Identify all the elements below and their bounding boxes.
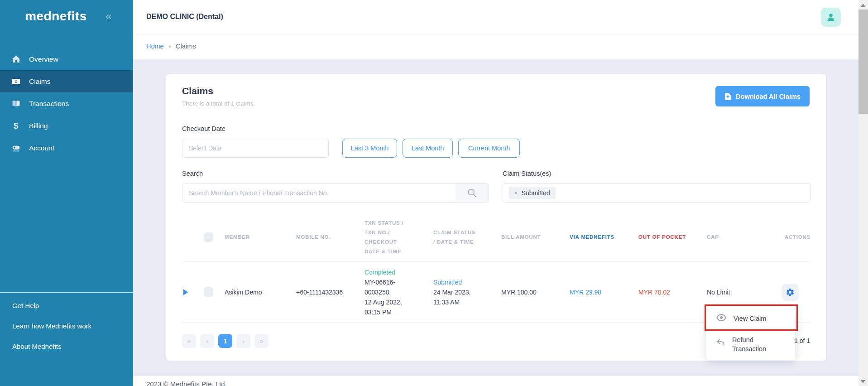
sidebar-item-transactions[interactable]: Transactions [0,92,133,115]
status-tag-submitted: × Submitted [509,187,556,199]
row-actions-button[interactable] [782,284,799,301]
pagination-page-1[interactable]: 1 [218,334,232,348]
sidebar-item-account[interactable]: Account [0,137,133,159]
col-via-mednefits: VIA MEDNEFITS [570,232,638,242]
sidebar-collapse-icon[interactable]: « [106,10,111,23]
claim-status-submitted: Submitted [433,277,501,287]
table-header-row: MEMBER MOBILE NO. TXN STATUS / TXN NO./ … [182,213,810,262]
search-input[interactable] [182,183,456,202]
row-checkbox[interactable] [204,287,213,297]
select-all-checkbox[interactable] [204,232,213,242]
view-claim-label: View Claim [734,314,766,323]
row-expand-icon[interactable] [183,289,188,295]
footer: 2023 © Mednefits Pte. Ltd. [133,376,858,386]
claim-status-label: Claim Status(es) [503,170,551,177]
download-button-label: Download All Claims [736,93,801,100]
search-box [182,183,489,203]
sidebar-logo-row: mednefits « [0,0,133,34]
dollar-icon: $ [11,121,21,131]
cell-cap: No Limit [707,287,778,297]
page-info: 1 of 1 [794,337,810,344]
mednefits-logo: mednefits [25,9,87,24]
quick-filter-buttons: Last 3 Month Last Month Current Month [342,139,520,158]
col-mobile: MOBILE NO. [296,232,364,242]
claim-status-select[interactable]: × Submitted [503,183,810,203]
col-bill-amount: BILL AMOUNT [501,232,570,242]
pagination-last-button[interactable]: » [254,334,269,348]
sidebar-item-label: Billing [29,122,48,130]
sidebar-divider [0,292,133,293]
scrollbar-up-arrow[interactable] [861,4,865,7]
account-toggle-icon [11,143,21,153]
sidebar-item-claims[interactable]: Claims [0,70,133,92]
checkout-date-label: Checkout Date [182,125,225,132]
status-tag-label: Submitted [522,189,550,197]
sidebar-item-overview[interactable]: Overview [0,48,133,70]
cell-via-mednefits: MYR 29.98 [570,287,638,297]
last-3-month-button[interactable]: Last 3 Month [342,139,397,158]
sidebar-item-label: Claims [29,77,50,86]
col-actions: ACTIONS [778,232,810,242]
download-file-icon [724,92,731,101]
gear-icon [786,288,795,297]
clinic-name: DEMO CLINIC (Dental) [146,13,223,21]
col-cap: CAP [707,232,778,242]
col-txn-status: TXN STATUS / TXN NO./ CHECKOUT DATE & TI… [364,218,433,256]
sidebar-footer-links: Get Help Learn how Mednefits work About … [12,302,91,363]
row-actions-menu: View Claim Refund Transaction [706,307,795,360]
refund-undo-icon [716,339,725,348]
cell-member: Asikim Demo [225,287,296,297]
col-member: MEMBER [225,232,296,242]
sidebar-item-label: Account [29,144,54,152]
vertical-scrollbar [858,0,868,386]
refund-transaction-menu-item[interactable]: Refund Transaction [706,329,795,360]
sidebar-item-label: Transactions [29,100,69,108]
last-month-button[interactable]: Last Month [403,139,453,158]
person-icon [825,11,837,23]
scrollbar-down-arrow[interactable] [861,380,865,383]
sidebar-nav: Overview Claims Transactions $ Billing A… [0,48,133,159]
cell-out-of-pocket: MYR 70.02 [638,287,707,297]
breadcrumb: Home ● Claims [133,34,858,60]
col-out-of-pocket: OUT OF POCKET [638,232,707,242]
get-help-link[interactable]: Get Help [12,302,91,309]
view-claim-menu-item[interactable]: View Claim [706,307,795,329]
current-month-button[interactable]: Current Month [458,139,520,158]
transactions-book-icon [11,99,21,109]
page-title: Claims [182,86,213,96]
claims-table: MEMBER MOBILE NO. TXN STATUS / TXN NO./ … [182,213,810,323]
scrollbar-thumb[interactable] [858,10,868,114]
cell-bill-amount: MYR 100.00 [501,287,570,297]
breadcrumb-home-link[interactable]: Home [146,43,164,50]
pagination-next-button[interactable]: › [236,334,250,348]
about-mednefits-link[interactable]: About Mednefits [12,343,91,350]
refund-transaction-label: Refund Transaction [732,335,766,353]
sidebar-item-label: Overview [29,55,58,63]
search-label: Search [182,170,203,177]
txn-status-completed: Completed [364,267,433,277]
breadcrumb-separator-icon: ● [168,43,172,49]
claims-count-subtitle: There is a total of 1 claims. [182,100,255,107]
pagination-prev-button[interactable]: ‹ [200,334,214,348]
copyright-text: 2023 © Mednefits Pte. Ltd. [146,380,227,386]
cell-txn: Completed MY-06616- 0003250 12 Aug 2022,… [364,267,433,317]
checkout-date-input[interactable] [182,139,329,158]
cell-mobile: +60-1111432336 [296,287,364,297]
claims-card-icon [11,77,21,87]
col-claim-status: CLAIM STATUS / DATE & TIME [433,228,501,247]
sidebar: mednefits « Overview Claims Transactions… [0,0,133,386]
eye-icon [716,314,726,323]
search-icon [467,188,477,198]
remove-tag-icon[interactable]: × [514,189,518,196]
home-icon [11,54,21,64]
pagination-first-button[interactable]: « [182,334,196,348]
learn-mednefits-link[interactable]: Learn how Mednefits work [12,322,91,330]
download-all-claims-button[interactable]: Download All Claims [715,86,810,106]
breadcrumb-current: Claims [176,43,196,50]
search-button[interactable] [456,183,489,202]
user-avatar[interactable] [821,8,841,27]
pagination: « ‹ 1 › » [182,334,269,348]
sidebar-item-billing[interactable]: $ Billing [0,115,133,137]
cell-claim: Submitted 24 Mar 2023, 11:33 AM [433,277,501,307]
topbar: DEMO CLINIC (Dental) [133,0,858,34]
